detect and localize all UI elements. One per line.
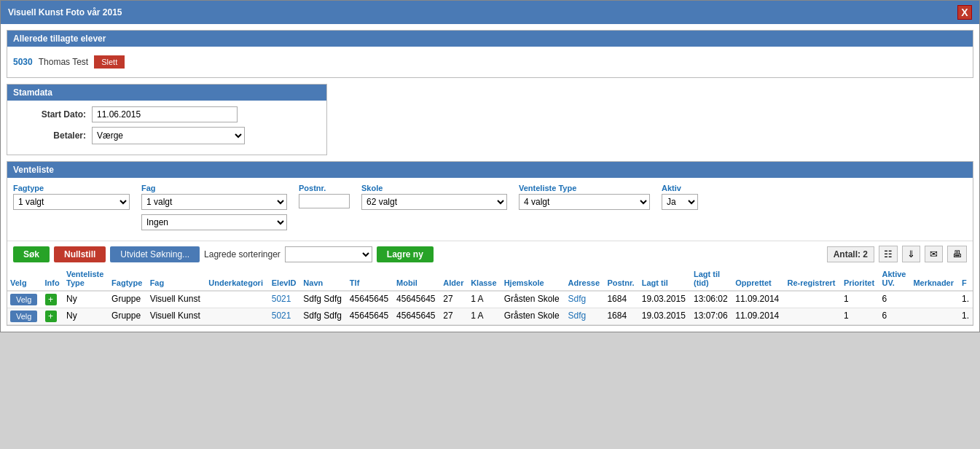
table-row: Velg+NyGruppeVisuell Kunst5021Sdfg Sdfg4… (7, 291, 973, 308)
stamdata-section: Stamdata Start Dato: Betaler: Værge Elev… (7, 84, 327, 155)
close-button[interactable]: X (957, 5, 972, 20)
betaler-label: Betaler: (13, 130, 86, 141)
skole-select[interactable]: 62 valgt (361, 194, 507, 210)
start-dato-label: Start Dato: (13, 109, 86, 120)
student-id: 5030 (13, 57, 33, 67)
stamdata-body: Start Dato: Betaler: Værge Elev Kommune (7, 101, 326, 155)
stamdata-header: Stamdata (7, 85, 326, 101)
col-opprettet[interactable]: Opprettet (732, 267, 784, 291)
hjemskole-cell: Gråsten Skole (504, 294, 560, 304)
navn-cell: Sdfg Sdfg (303, 311, 342, 321)
fag-cell: Visuell Kunst (150, 311, 200, 321)
already-added-section: Allerede tillagte elever 5030 Thomas Tes… (7, 30, 973, 78)
venteliste-type-select[interactable]: 4 valgt (519, 194, 650, 210)
venteliste-section: Venteliste Fagtype 1 valgt Fag 1 valgt (7, 161, 973, 326)
adresse-cell[interactable]: Sdfg (568, 294, 587, 304)
col-alder[interactable]: Alder (440, 267, 468, 291)
col-fag[interactable]: Fag (147, 267, 206, 291)
export-icon-button[interactable]: ⇓ (902, 246, 920, 262)
utvidet-button[interactable]: Utvidet Søkning... (110, 246, 200, 262)
filter-row: Fagtype 1 valgt Fag 1 valgt Ingen (13, 184, 967, 230)
tlf-cell: 45645645 (350, 311, 388, 321)
klasse-cell: 1 A (471, 294, 483, 304)
col-velg[interactable]: Velg (7, 267, 42, 291)
aktiv-select[interactable]: Ja Nei (662, 194, 698, 210)
col-klasse[interactable]: Klasse (468, 267, 501, 291)
elevid-cell[interactable]: 5021 (272, 311, 291, 321)
venteliste-type-cell: Ny (66, 294, 77, 304)
venteliste-type-label: Venteliste Type (519, 184, 650, 192)
sok-button[interactable]: Søk (13, 246, 50, 262)
nullstill-button[interactable]: Nullstill (54, 246, 106, 262)
col-postnr[interactable]: Postnr. (604, 267, 638, 291)
betaler-row: Betaler: Værge Elev Kommune (13, 127, 321, 144)
table-row: Velg+NyGruppeVisuell Kunst5021Sdfg Sdfg4… (7, 308, 973, 325)
main-window: Visuell Kunst Foto vår 2015 X Allerede t… (0, 0, 980, 332)
col-navn[interactable]: Navn (300, 267, 347, 291)
col-merknader[interactable]: Merknader (910, 267, 959, 291)
fag-select-1[interactable]: 1 valgt (141, 194, 287, 210)
col-fagtype[interactable]: Fagtype (109, 267, 147, 291)
fagtype-cell: Gruppe (111, 311, 141, 321)
col-mobil[interactable]: Mobil (393, 267, 440, 291)
adresse-cell[interactable]: Sdfg (568, 311, 587, 321)
info-plus-button-0[interactable]: + (45, 294, 57, 305)
col-lagt-til-tid[interactable]: Lagt til(tid) (691, 267, 732, 291)
fagtype-label: Fagtype (13, 184, 130, 192)
col-tlf[interactable]: Tlf (347, 267, 393, 291)
student-name: Thomas Test (39, 57, 88, 67)
col-aktive-uv[interactable]: AktiveUV. (879, 267, 910, 291)
venteliste-header: Venteliste (7, 162, 973, 178)
title-bar: Visuell Kunst Foto vår 2015 X (1, 1, 979, 24)
opprettet-cell: 11.09.2014 (735, 311, 779, 321)
col-re-registrert[interactable]: Re-registrert (784, 267, 840, 291)
info-plus-button-1[interactable]: + (45, 311, 57, 322)
alder-cell: 27 (443, 311, 452, 321)
navn-cell: Sdfg Sdfg (303, 294, 342, 304)
opprettet-cell: 11.09.2014 (735, 294, 779, 304)
hjemskole-cell: Gråsten Skole (504, 311, 560, 321)
col-underkategori[interactable]: Underkategori (205, 267, 268, 291)
mobil-cell: 45645645 (396, 294, 435, 304)
table-header: Velg Info VentelisteType Fagtype Fag Und… (7, 267, 973, 291)
col-lagt-til[interactable]: Lagt til (639, 267, 691, 291)
postnr-group: Postnr. (299, 184, 350, 208)
col-f[interactable]: F (959, 267, 973, 291)
slett-button[interactable]: Slett (94, 55, 125, 69)
betaler-select[interactable]: Værge Elev Kommune (92, 127, 245, 144)
print-icon-button[interactable]: 🖶 (947, 246, 967, 262)
col-elevid[interactable]: ElevID (269, 267, 301, 291)
aktive-uv-cell: 6 (882, 311, 887, 321)
col-adresse[interactable]: Adresse (565, 267, 605, 291)
f-cell: 1. (962, 311, 969, 321)
col-info[interactable]: Info (42, 267, 63, 291)
aktiv-label: Aktiv (662, 184, 698, 192)
start-dato-input[interactable] (92, 106, 238, 122)
already-added-body: 5030 Thomas Test Slett (7, 47, 973, 77)
fag-select-2[interactable]: Ingen (141, 214, 287, 230)
lagt-til-cell: 19.03.2015 (642, 294, 686, 304)
elevid-cell[interactable]: 5021 (272, 294, 291, 304)
velg-button-1[interactable]: Velg (10, 311, 37, 322)
velg-button-0[interactable]: Velg (10, 294, 37, 305)
f-cell: 1. (962, 294, 969, 304)
col-prioritet[interactable]: Prioritet (841, 267, 879, 291)
col-venteliste-type[interactable]: VentelisteType (63, 267, 109, 291)
email-icon-button[interactable]: ✉ (925, 246, 943, 262)
fag-group: Fag 1 valgt Ingen (141, 184, 287, 230)
table-icon-button[interactable]: ☷ (879, 246, 898, 262)
postnr-input[interactable] (299, 194, 350, 208)
postnr-cell: 1684 (607, 294, 627, 304)
fag-label: Fag (141, 184, 287, 192)
skole-label: Skole (361, 184, 507, 192)
fagtype-select[interactable]: 1 valgt (13, 194, 130, 210)
fagtype-group: Fagtype 1 valgt (13, 184, 130, 210)
aktive-uv-cell: 6 (882, 294, 887, 304)
prioritet-cell: 1 (844, 311, 849, 321)
lagt-til-tid-cell: 13:06:02 (694, 294, 728, 304)
antall-badge: Antall: 2 (827, 246, 874, 262)
fag-cell: Visuell Kunst (150, 294, 200, 304)
lagre-ny-button[interactable]: Lagre ny (377, 246, 434, 262)
sortering-select[interactable] (285, 246, 372, 262)
col-hjemskole[interactable]: Hjemskole (501, 267, 565, 291)
